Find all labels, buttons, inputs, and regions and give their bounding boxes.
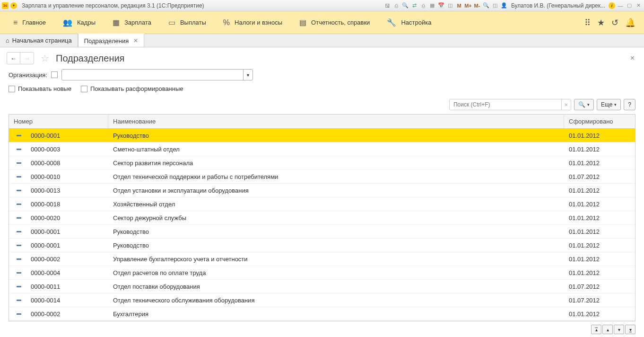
minimize-icon[interactable]: — [617,2,624,9]
org-select-input[interactable] [62,70,243,80]
app-icon: 1c [2,2,9,9]
header-name[interactable]: Наименование [108,115,564,128]
table-row[interactable]: 0000-0020Сектор дежурной службы01.01.201… [9,211,635,225]
zoom-icon[interactable]: 🔍 [482,2,490,9]
star-icon[interactable]: ★ [597,18,605,28]
menu-vyplaty-label: Выплаты [180,19,206,26]
info-icon[interactable]: i [609,2,615,9]
bell-icon[interactable]: 🔔 [625,18,635,28]
calendar-icon[interactable]: 📅 [437,2,445,9]
row-icon [17,190,21,191]
cell-date: 01.01.2012 [564,211,635,224]
org-select[interactable]: ▾ [61,69,253,80]
row-icon [17,258,21,260]
menu-nastroyka-label: Настройка [401,19,431,26]
calc-icon[interactable]: ▦ [428,2,436,9]
menu-nastroyka[interactable]: 🔧Настройка [378,11,440,34]
table-body[interactable]: 0000-0001Руководство01.01.20120000-0003С… [9,129,635,321]
show-new-checkbox[interactable]: Показывать новые [9,85,71,92]
cell-name: Отдел расчетов по оплате труда [108,266,564,279]
menu-main-label: Главное [22,19,46,26]
compare-icon[interactable]: ⇄ [410,2,418,9]
table-row[interactable]: 0000-0001Руководство01.01.2012 [9,129,635,142]
table-row[interactable]: 0000-0011Отдел поставки оборудования01.0… [9,280,635,293]
header-date[interactable]: Сформировано [564,115,635,128]
org-checkbox[interactable] [51,71,58,78]
preview-icon[interactable]: 🔍 [401,2,409,9]
cell-date: 01.01.2012 [564,266,635,279]
app-menu-dropdown[interactable]: ▾ [10,2,17,9]
menu-zarplata[interactable]: ▦Зарплата [104,11,160,34]
header-number[interactable]: Номер [9,115,108,128]
tab-home[interactable]: ⌂ Начальная страница [0,34,78,47]
row-icon [17,217,21,219]
chevron-down-icon: ▾ [587,102,590,107]
tab-active-label: Подразделения [84,37,129,44]
row-icon [17,162,21,164]
table-row[interactable]: 0000-0008Сектор развития персонала01.01.… [9,156,635,170]
row-icon [17,204,21,205]
search-button[interactable]: 🔍▾ [574,99,594,110]
table-row[interactable]: 0000-0002Бухгалтерия01.01.2012 [9,307,635,321]
menu-otchet[interactable]: ▤Отчетность, справки [291,11,378,34]
cell-name: Отдел поставки оборудования [108,280,564,293]
cell-date: 01.01.2012 [564,307,635,320]
document-icon: ▤ [299,18,306,27]
menu-nalogi[interactable]: %Налоги и взносы [215,11,291,34]
cell-number: 0000-0008 [9,156,108,169]
org-select-dropdown-icon[interactable]: ▾ [243,70,252,80]
m-button[interactable]: M [455,2,463,9]
table-row[interactable]: 0000-0018Хозяйственный отдел01.01.2012 [9,197,635,211]
panels-icon[interactable]: ◫ [491,2,499,9]
page-close-icon[interactable]: × [627,54,637,62]
row-icon [17,176,21,177]
table-row[interactable]: 0000-0010Отдел технической поддержки и р… [9,170,635,184]
table-row[interactable]: 0000-0001Руководство01.01.2012 [9,225,635,239]
table-row[interactable]: 0000-0013Отдел установки и эксплуатации … [9,184,635,197]
maximize-icon[interactable]: ▢ [626,2,633,9]
favorite-star-icon[interactable]: ☆ [41,53,49,64]
table-row[interactable]: 0000-0003Сметно-штатный отдел01.01.2012 [9,142,635,156]
table-row[interactable]: 0000-0002Управление бухгалтерского учета… [9,252,635,266]
m-minus-button[interactable]: M- [473,2,481,9]
home-icon: ⌂ [6,37,9,44]
menu-vyplaty[interactable]: ▭Выплаты [160,11,215,34]
menu-kadry[interactable]: 👥Кадры [54,11,104,34]
nav-forward-button[interactable]: → [20,53,34,64]
print2-icon[interactable]: ⎙ [419,2,427,9]
search-input[interactable] [450,99,561,110]
table-row[interactable]: 0000-0001Руководство01.01.2012 [9,239,635,252]
show-disbanded-checkbox[interactable]: Показывать расформированные [81,85,183,92]
show-disbanded-label: Показывать расформированные [90,85,183,92]
filter-row: Организация: ▾ [0,67,644,82]
m-plus-button[interactable]: M+ [464,2,472,9]
cell-number: 0000-0001 [9,225,108,238]
cell-name: Отдел технической поддержки и работы с п… [108,170,564,183]
table-row[interactable]: 0000-0004Отдел расчетов по оплате труда0… [9,266,635,280]
cell-number: 0000-0014 [9,293,108,307]
save-icon[interactable]: 🖫 [383,2,391,9]
date-icon[interactable]: ◫ [446,2,454,9]
tab-podrazdeleniya[interactable]: Подразделения ✕ [78,34,145,47]
menu-burger[interactable]: ≡Главное [5,11,54,34]
cell-name: Сектор развития персонала [108,156,564,169]
nav-back-button[interactable]: ← [7,53,20,64]
apps-icon[interactable]: ⠿ [584,18,591,28]
cell-name: Отдел установки и эксплуатации оборудова… [108,184,564,197]
row-icon [17,231,21,232]
more-button[interactable]: Еще▾ [597,99,621,110]
table-row[interactable]: 0000-0014Отдел технического обслуживания… [9,293,635,307]
help-button[interactable]: ? [624,99,635,110]
burger-icon: ≡ [13,18,17,27]
tab-close-icon[interactable]: ✕ [133,37,138,44]
search-clear-icon[interactable]: × [561,99,571,110]
checkbox-row: Показывать новые Показывать расформирова… [0,82,644,97]
history-icon[interactable]: ↺ [611,18,618,28]
close-window-icon[interactable]: ✕ [635,2,642,9]
print-icon[interactable]: ⎙ [392,2,400,9]
user-label[interactable]: Булатов И.В. (Генеральный дирек... [511,2,605,9]
wallet-icon: ▭ [168,18,175,27]
row-icon [17,286,21,287]
wrench-icon: 🔧 [387,18,396,27]
cell-name: Отдел технического обслуживания оборудов… [108,293,564,307]
